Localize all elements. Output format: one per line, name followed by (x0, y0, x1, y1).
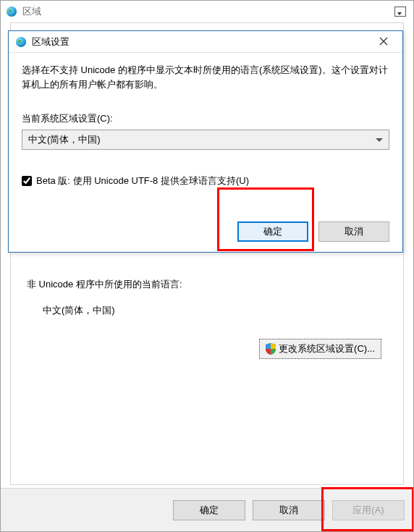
globe-icon (5, 5, 18, 18)
system-locale-select[interactable]: 中文(简体，中国) (22, 130, 389, 150)
child-ok-button[interactable]: 确定 (237, 221, 308, 242)
child-cancel-button[interactable]: 取消 (318, 221, 389, 242)
parent-ok-button[interactable]: 确定 (173, 500, 245, 520)
parent-apply-button: 应用(A) (332, 500, 405, 520)
change-system-locale-button[interactable]: 更改系统区域设置(C)... (259, 339, 381, 359)
beta-utf8-checkbox[interactable] (22, 176, 32, 186)
child-close-button[interactable] (369, 33, 398, 51)
child-titlebar: 区域设置 (9, 31, 402, 53)
parent-title: 区域 (22, 5, 41, 18)
current-system-locale-label: 当前系统区域设置(C): (22, 112, 389, 125)
restore-indicator-icon (394, 7, 406, 17)
parent-titlebar: 区域 (1, 1, 413, 22)
beta-utf8-label: Beta 版: 使用 Unicode UTF-8 提供全球语言支持(U) (36, 174, 249, 187)
non-unicode-programs-value: 中文(简体，中国) (43, 304, 387, 317)
region-settings-dialog: 区域设置 选择在不支持 Unicode 的程序中显示文本时所使用的语言(系统区域… (8, 30, 403, 253)
chevron-down-icon (376, 138, 383, 142)
system-locale-selected-value: 中文(简体，中国) (28, 133, 101, 146)
region-parent-window: 区域 非 Unicode 程序中所使用的当前语言: 中文(简体，中国) 更改系统… (0, 0, 414, 532)
parent-cancel-button[interactable]: 取消 (253, 500, 325, 520)
parent-footer: 确定 取消 应用(A) (1, 488, 413, 531)
child-description: 选择在不支持 Unicode 的程序中显示文本时所使用的语言(系统区域设置)。这… (22, 63, 389, 92)
globe-icon (14, 35, 28, 48)
uac-shield-icon (266, 343, 276, 355)
close-icon (379, 36, 388, 47)
beta-utf8-checkbox-row[interactable]: Beta 版: 使用 Unicode UTF-8 提供全球语言支持(U) (22, 174, 389, 187)
non-unicode-programs-label: 非 Unicode 程序中所使用的当前语言: (27, 278, 387, 291)
change-system-locale-label: 更改系统区域设置(C)... (279, 342, 375, 355)
child-title: 区域设置 (32, 35, 69, 48)
